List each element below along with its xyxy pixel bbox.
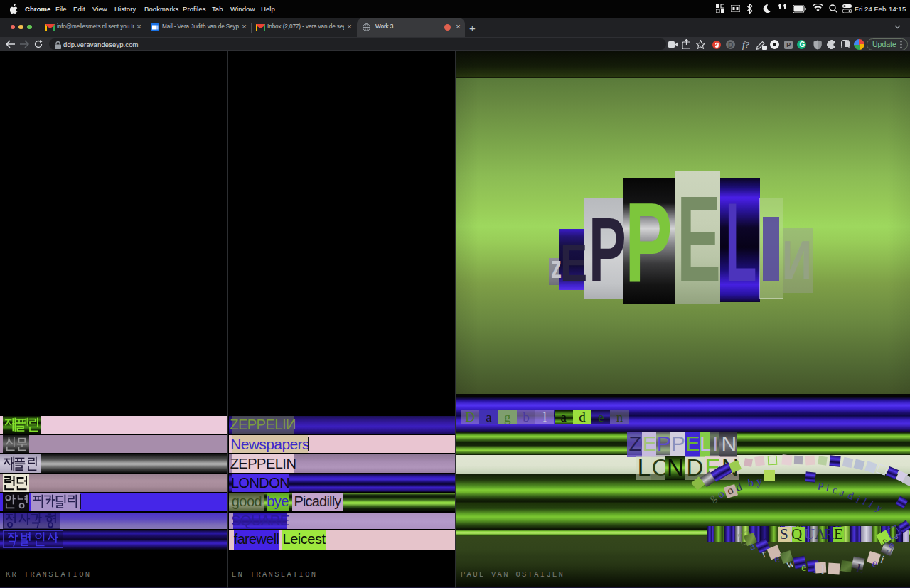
svg-text:P: P <box>625 179 673 305</box>
svg-text:E: E <box>560 233 587 292</box>
svg-text:L: L <box>725 180 757 305</box>
svg-text:E: E <box>677 171 721 306</box>
svg-text:N: N <box>782 230 812 292</box>
svg-text:P: P <box>589 199 626 300</box>
